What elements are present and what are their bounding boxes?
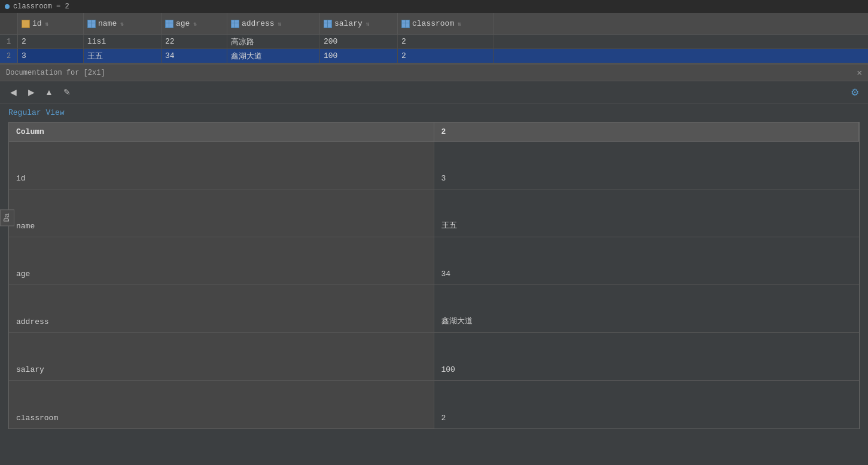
key-icon <box>22 20 30 28</box>
doc-title: Documentation for [2x1] <box>6 69 105 77</box>
form-table-row[interactable]: id 3 <box>9 142 859 189</box>
cell-salary[interactable]: 200 <box>320 35 398 48</box>
title-dot <box>5 4 10 9</box>
cell-address[interactable]: 鑫湖大道 <box>227 49 320 63</box>
form-cell-value: 100 <box>434 333 860 380</box>
form-cell-column: id <box>9 142 434 189</box>
form-table-row[interactable]: salary 100 <box>9 333 859 381</box>
sort-icon-classroom[interactable]: ⇅ <box>458 20 461 27</box>
form-table-header: Column 2 <box>9 123 859 142</box>
cell-age[interactable]: 34 <box>162 49 227 63</box>
col-name-address: address <box>242 19 275 28</box>
cell-salary[interactable]: 100 <box>320 49 398 63</box>
form-cell-column: name <box>9 189 434 237</box>
sort-icon-name[interactable]: ⇅ <box>120 20 124 27</box>
doc-panel: Documentation for [2x1] ✕ ◀ ▶ ▲ ✎ ⚙ Regu… <box>0 64 868 429</box>
cell-address[interactable]: 高凉路 <box>227 35 320 48</box>
col-header-id[interactable]: id ⇅ <box>18 13 84 34</box>
form-cell-column: age <box>9 237 434 284</box>
sort-icon-address[interactable]: ⇅ <box>278 20 282 27</box>
close-button[interactable]: ✕ <box>857 68 862 78</box>
table-row[interactable]: 2 3 王五 34 鑫湖大道 100 2 <box>0 49 868 63</box>
back-button[interactable]: ◀ <box>6 85 20 99</box>
forward-button[interactable]: ▶ <box>24 85 38 99</box>
cell-classroom[interactable]: 2 <box>398 35 494 48</box>
row-number: 2 <box>0 49 18 63</box>
data-rows: 1 2 lisi 22 高凉路 200 2 2 3 王五 34 鑫湖大道 100… <box>0 35 868 63</box>
sort-icon-salary[interactable]: ⇅ <box>366 20 370 27</box>
form-cell-value: 3 <box>434 142 860 189</box>
col-name-classroom: classroom <box>412 19 454 28</box>
title-bar: classroom = 2 <box>0 0 868 13</box>
title-label: classroom = 2 <box>13 2 69 11</box>
up-button[interactable]: ▲ <box>42 85 56 99</box>
cell-id[interactable]: 2 <box>18 35 84 48</box>
form-cell-column: salary <box>9 333 434 380</box>
col-header-age[interactable]: age ⇅ <box>162 13 227 34</box>
form-cell-value: 王五 <box>434 189 860 237</box>
tbl-icon-salary <box>324 20 332 28</box>
form-rows: id 3 name 王五 age 34 address 鑫湖大道 salary … <box>9 142 859 429</box>
doc-toolbar: ◀ ▶ ▲ ✎ ⚙ <box>0 81 868 103</box>
form-table-row[interactable]: name 王五 <box>9 189 859 237</box>
col-header-salary[interactable]: salary ⇅ <box>320 13 398 34</box>
column-headers: id ⇅ name ⇅ age ⇅ address ⇅ salary ⇅ cla… <box>0 13 868 35</box>
form-header-column: Column <box>9 123 434 141</box>
form-cell-column: classroom <box>9 381 434 429</box>
cell-classroom[interactable]: 2 <box>398 49 494 63</box>
settings-button[interactable]: ⚙ <box>848 85 862 99</box>
doc-title-bar: Documentation for [2x1] ✕ <box>0 65 868 81</box>
tbl-icon-classroom <box>401 20 410 28</box>
regular-view-link[interactable]: Regular View <box>0 103 868 122</box>
col-header-address[interactable]: address ⇅ <box>227 13 320 34</box>
col-header-name[interactable]: name ⇅ <box>84 13 162 34</box>
form-header-value: 2 <box>434 123 860 141</box>
form-cell-value: 2 <box>434 381 860 429</box>
row-num-header <box>0 13 18 34</box>
tbl-icon-age <box>165 20 173 28</box>
cell-id[interactable]: 3 <box>18 49 84 63</box>
form-table-row[interactable]: address 鑫湖大道 <box>9 285 859 333</box>
cell-name[interactable]: 王五 <box>84 49 162 63</box>
form-cell-column: address <box>9 285 434 332</box>
form-table-row[interactable]: age 34 <box>9 237 859 285</box>
doc-toolbar-left: ◀ ▶ ▲ ✎ <box>6 85 74 99</box>
data-table-area: id ⇅ name ⇅ age ⇅ address ⇅ salary ⇅ cla… <box>0 13 868 64</box>
sort-icon-id[interactable]: ⇅ <box>45 20 49 27</box>
col-header-classroom[interactable]: classroom ⇅ <box>398 13 494 34</box>
sort-icon-age[interactable]: ⇅ <box>193 20 197 27</box>
da-side-tab[interactable]: Da <box>0 209 14 226</box>
table-row[interactable]: 1 2 lisi 22 高凉路 200 2 <box>0 35 868 49</box>
cell-name[interactable]: lisi <box>84 35 162 48</box>
form-cell-value: 鑫湖大道 <box>434 285 860 332</box>
cell-age[interactable]: 22 <box>162 35 227 48</box>
tbl-icon-name <box>87 20 96 28</box>
tbl-icon-address <box>231 20 239 28</box>
form-table-row[interactable]: classroom 2 <box>9 381 859 429</box>
form-cell-value: 34 <box>434 237 860 284</box>
col-name-id: id <box>32 19 42 28</box>
form-table-outer: Column 2 id 3 name 王五 age 34 address 鑫湖大… <box>8 122 860 429</box>
edit-button[interactable]: ✎ <box>60 85 74 99</box>
row-number: 1 <box>0 35 18 48</box>
col-name-name: name <box>98 19 117 28</box>
col-name-age: age <box>176 19 190 28</box>
col-name-salary: salary <box>334 19 363 28</box>
